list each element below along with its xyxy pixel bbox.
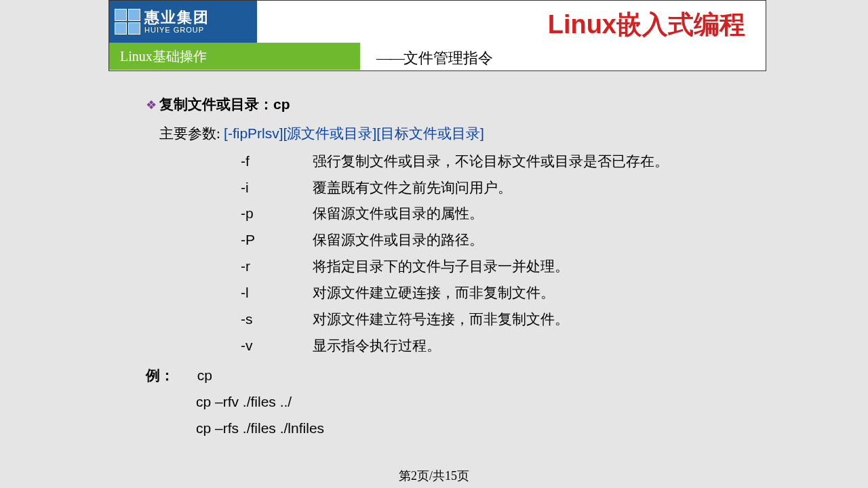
option-row: -p保留源文件或目录的属性。 bbox=[241, 201, 760, 227]
params-target: [目标文件或目录] bbox=[376, 125, 484, 141]
page-footer: 第2页/共15页 bbox=[0, 468, 868, 484]
example-first-line: 例： cp bbox=[146, 363, 760, 389]
option-flag: -s bbox=[241, 306, 313, 333]
section-subtitle: ——文件管理指令 bbox=[376, 48, 493, 68]
logo-chinese: 惠业集团 bbox=[144, 9, 210, 26]
company-logo: 惠业集团 HUIYE GROUP bbox=[109, 1, 257, 43]
logo-english: HUIYE GROUP bbox=[144, 26, 210, 34]
option-row: -l对源文件建立硬连接，而非复制文件。 bbox=[241, 280, 760, 306]
option-desc: 保留源文件或目录的路径。 bbox=[313, 227, 760, 253]
option-flag: -l bbox=[241, 280, 313, 306]
example-line: cp –rfs ./files ./lnfiles bbox=[196, 415, 760, 442]
example-line: cp –rfv ./files ../ bbox=[196, 389, 760, 415]
option-row: -i覆盖既有文件之前先询问用户。 bbox=[241, 175, 760, 201]
option-desc: 将指定目录下的文件与子目录一并处理。 bbox=[313, 253, 760, 280]
option-desc: 强行复制文件或目录，不论目标文件或目录是否已存在。 bbox=[313, 148, 760, 175]
subtitle-text: 文件管理指令 bbox=[403, 49, 493, 66]
params-label: 主要参数: bbox=[159, 125, 224, 142]
subtitle-dash: —— bbox=[376, 49, 403, 66]
option-flag: -v bbox=[241, 333, 313, 359]
slide-content: ❖ 复制文件或目录：cp 主要参数: [-fipPrlsv][源文件或目录][目… bbox=[146, 92, 760, 442]
option-desc: 对源文件建立硬连接，而非复制文件。 bbox=[313, 280, 760, 306]
option-flag: -p bbox=[241, 201, 313, 227]
section-title-text: 复制文件或目录： bbox=[159, 96, 273, 113]
command-name: cp bbox=[273, 96, 290, 112]
logo-grid-icon bbox=[115, 9, 140, 35]
main-title: Linux嵌入式编程 bbox=[548, 7, 745, 42]
bullet-diamond-icon: ❖ bbox=[146, 94, 157, 117]
example-label: 例： bbox=[146, 367, 174, 384]
option-desc: 覆盖既有文件之前先询问用户。 bbox=[313, 175, 760, 201]
option-desc: 保留源文件或目录的属性。 bbox=[313, 201, 760, 227]
option-flag: -r bbox=[241, 253, 313, 280]
option-desc: 显示指令执行过程。 bbox=[313, 333, 760, 359]
example-cmd: cp bbox=[197, 367, 212, 383]
example-section: 例： cp cp –rfv ./files ../ cp –rfs ./file… bbox=[146, 363, 760, 442]
params-source: [源文件或目录] bbox=[283, 125, 377, 141]
slide-header: 惠业集团 HUIYE GROUP Linux基础操作 Linux嵌入式编程 ——… bbox=[108, 0, 766, 71]
option-row: -s对源文件建立符号连接，而非复制文件。 bbox=[241, 306, 760, 333]
option-row: -P保留源文件或目录的路径。 bbox=[241, 227, 760, 253]
params-line: 主要参数: [-fipPrlsv][源文件或目录][目标文件或目录] bbox=[159, 121, 760, 147]
option-flag: -i bbox=[241, 175, 313, 201]
options-table: -f强行复制文件或目录，不论目标文件或目录是否已存在。 -i覆盖既有文件之前先询… bbox=[241, 148, 760, 359]
option-flag: -P bbox=[241, 227, 313, 253]
option-flag: -f bbox=[241, 148, 313, 175]
chapter-subtitle: Linux基础操作 bbox=[109, 43, 360, 70]
option-desc: 对源文件建立符号连接，而非复制文件。 bbox=[313, 306, 760, 333]
option-row: -f强行复制文件或目录，不论目标文件或目录是否已存在。 bbox=[241, 148, 760, 175]
page-number: 第2页/共15页 bbox=[399, 469, 469, 483]
section-heading: ❖ 复制文件或目录：cp bbox=[146, 92, 760, 118]
params-flags: [-fipPrlsv] bbox=[224, 125, 283, 141]
option-row: -r将指定目录下的文件与子目录一并处理。 bbox=[241, 253, 760, 280]
option-row: -v显示指令执行过程。 bbox=[241, 333, 760, 359]
